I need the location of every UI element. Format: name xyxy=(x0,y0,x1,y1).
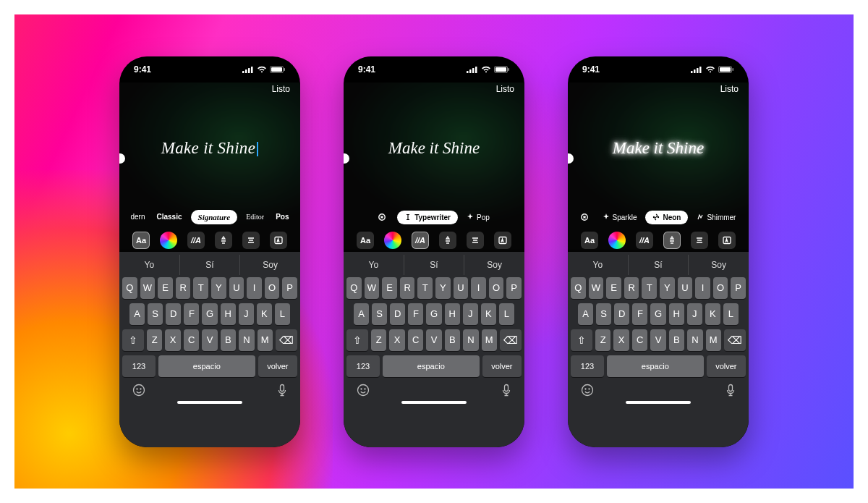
key-U[interactable]: U xyxy=(678,277,693,299)
suggestion-0[interactable]: Yo xyxy=(344,255,404,275)
style-chip-close[interactable] xyxy=(375,211,391,224)
key-A[interactable]: A xyxy=(129,303,145,325)
key-N[interactable]: N xyxy=(687,329,702,351)
key-S[interactable]: S xyxy=(372,303,387,325)
emoji-icon[interactable] xyxy=(357,384,370,397)
style-chip-close[interactable] xyxy=(578,211,594,224)
story-text-input[interactable]: Make it Shine xyxy=(119,139,300,158)
color-tool[interactable] xyxy=(608,232,626,249)
style-chip-editor[interactable]: Editor xyxy=(243,210,267,224)
key-D[interactable]: D xyxy=(614,303,629,325)
key-C[interactable]: C xyxy=(632,329,647,351)
done-button[interactable]: Listo xyxy=(720,84,739,94)
story-text-input[interactable]: Make it Shine xyxy=(344,139,524,158)
key-X[interactable]: X xyxy=(165,329,180,351)
style-chip-pos[interactable]: Pos xyxy=(273,210,292,224)
key-shift[interactable]: ⇧ xyxy=(346,329,368,351)
home-indicator[interactable] xyxy=(177,401,242,404)
key-numbers[interactable]: 123 xyxy=(122,355,156,377)
key-V[interactable]: V xyxy=(426,329,441,351)
font-size-tool[interactable]: Aa xyxy=(132,232,150,249)
key-H[interactable]: H xyxy=(221,303,236,325)
key-F[interactable]: F xyxy=(184,303,199,325)
suggestion-0[interactable]: Yo xyxy=(568,255,629,275)
style-chip-dern[interactable]: dern xyxy=(127,210,148,224)
key-O[interactable]: O xyxy=(265,277,280,299)
key-W[interactable]: W xyxy=(365,277,380,299)
key-W[interactable]: W xyxy=(589,277,604,299)
background-tool[interactable] xyxy=(270,232,287,249)
done-button[interactable]: Listo xyxy=(496,84,514,94)
color-tool[interactable] xyxy=(160,232,177,249)
key-Y[interactable]: Y xyxy=(435,277,451,299)
key-shift[interactable]: ⇧ xyxy=(571,329,592,351)
style-chip-classic[interactable]: Classic xyxy=(154,210,185,224)
key-L[interactable]: L xyxy=(499,303,514,325)
key-H[interactable]: H xyxy=(669,303,684,325)
mic-icon[interactable] xyxy=(726,384,736,397)
align-tool[interactable] xyxy=(691,232,708,249)
key-D[interactable]: D xyxy=(166,303,181,325)
key-P[interactable]: P xyxy=(282,277,297,299)
key-M[interactable]: M xyxy=(706,329,721,351)
key-Q[interactable]: Q xyxy=(122,277,137,299)
key-space[interactable]: espacio xyxy=(607,355,704,377)
mic-icon[interactable] xyxy=(501,384,511,397)
key-B[interactable]: B xyxy=(221,329,236,351)
suggestion-2[interactable]: Soy xyxy=(464,255,524,275)
key-H[interactable]: H xyxy=(445,303,460,325)
style-chip-signature[interactable]: Signature xyxy=(191,210,238,224)
key-return[interactable]: volver xyxy=(258,355,297,377)
suggestion-2[interactable]: Soy xyxy=(240,255,300,275)
key-S[interactable]: S xyxy=(596,303,611,325)
key-U[interactable]: U xyxy=(229,277,244,299)
key-O[interactable]: O xyxy=(489,277,504,299)
key-D[interactable]: D xyxy=(390,303,405,325)
animate-tool[interactable] xyxy=(439,232,456,249)
key-E[interactable]: E xyxy=(382,277,397,299)
key-P[interactable]: P xyxy=(731,277,746,299)
key-Y[interactable]: Y xyxy=(211,277,226,299)
key-Z[interactable]: Z xyxy=(147,329,162,351)
slant-tool[interactable]: //A xyxy=(187,232,205,249)
key-Z[interactable]: Z xyxy=(595,329,610,351)
key-W[interactable]: W xyxy=(140,277,156,299)
key-J[interactable]: J xyxy=(687,303,702,325)
key-V[interactable]: V xyxy=(202,329,217,351)
background-tool[interactable] xyxy=(494,232,511,249)
animate-tool[interactable] xyxy=(215,232,232,249)
key-A[interactable]: A xyxy=(578,303,593,325)
done-button[interactable]: Listo xyxy=(272,84,290,94)
key-O[interactable]: O xyxy=(713,277,728,299)
key-G[interactable]: G xyxy=(426,303,441,325)
key-shift[interactable]: ⇧ xyxy=(122,329,144,351)
key-L[interactable]: L xyxy=(723,303,739,325)
home-indicator[interactable] xyxy=(401,401,467,404)
font-size-tool[interactable]: Aa xyxy=(581,232,598,249)
key-P[interactable]: P xyxy=(506,277,522,299)
key-C[interactable]: C xyxy=(408,329,423,351)
key-X[interactable]: X xyxy=(389,329,404,351)
key-Y[interactable]: Y xyxy=(660,277,675,299)
key-B[interactable]: B xyxy=(445,329,460,351)
key-F[interactable]: F xyxy=(408,303,423,325)
style-chip-shimmer[interactable]: Shimmer xyxy=(694,211,739,224)
key-T[interactable]: T xyxy=(193,277,208,299)
key-J[interactable]: J xyxy=(239,303,254,325)
home-indicator[interactable] xyxy=(626,401,691,404)
key-T[interactable]: T xyxy=(417,277,433,299)
key-F[interactable]: F xyxy=(632,303,647,325)
key-A[interactable]: A xyxy=(354,303,369,325)
key-E[interactable]: E xyxy=(158,277,173,299)
story-text-input[interactable]: Make it Shine xyxy=(568,139,749,158)
key-N[interactable]: N xyxy=(239,329,254,351)
key-K[interactable]: K xyxy=(705,303,720,325)
key-I[interactable]: I xyxy=(695,277,710,299)
key-X[interactable]: X xyxy=(613,329,629,351)
emoji-icon[interactable] xyxy=(132,384,145,397)
style-chip-typewriter[interactable]: Typewriter xyxy=(397,211,458,224)
key-G[interactable]: G xyxy=(650,303,665,325)
suggestion-1[interactable]: Sí xyxy=(629,255,689,275)
key-R[interactable]: R xyxy=(624,277,639,299)
align-tool[interactable] xyxy=(242,232,260,249)
